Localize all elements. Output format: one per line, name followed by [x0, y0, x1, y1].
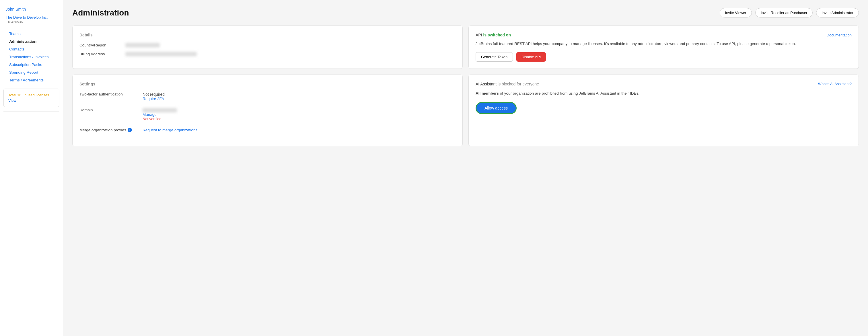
ai-status-blocked: is blocked for everyone [498, 82, 539, 86]
sidebar-item-contacts[interactable]: Contacts [0, 45, 63, 53]
billing-label: Billing Address [80, 52, 125, 56]
sidebar: John Smith The Drive to Develop Inc. 184… [0, 0, 63, 336]
sidebar-user[interactable]: John Smith [0, 7, 63, 15]
content-grid: Details Country/Region ████████████ Bill… [72, 26, 859, 146]
domain-row: Domain ████████████ Manage Not verified [80, 108, 456, 121]
api-card-header: API is switched on Documentation [475, 33, 851, 37]
header-actions: Invite Viewer Invite Reseller as Purchas… [720, 8, 859, 18]
license-view-link[interactable]: View [8, 98, 55, 103]
api-description: JetBrains full-featured REST API helps y… [475, 41, 851, 47]
domain-not-verified: Not verified [143, 117, 177, 121]
sidebar-item-administration: Administration [0, 38, 63, 45]
sidebar-item-subscription-packs[interactable]: Subscription Packs [0, 61, 63, 69]
api-documentation-link[interactable]: Documentation [827, 33, 851, 37]
sidebar-item-teams[interactable]: Teams [0, 30, 63, 38]
api-card: API is switched on Documentation JetBrai… [468, 26, 859, 69]
merge-row: Merge organization profiles i Request to… [80, 128, 456, 132]
ai-card-header: AI Assistant is blocked for everyone Wha… [475, 82, 851, 86]
tfa-label: Two-factor authentication [80, 92, 143, 96]
domain-value-group: ████████████ Manage Not verified [143, 108, 177, 121]
tfa-value: Not required Require 2FA [143, 92, 165, 101]
api-status-prefix: API [475, 33, 483, 37]
details-card: Details Country/Region ████████████ Bill… [72, 26, 463, 69]
tfa-row: Two-factor authentication Not required R… [80, 92, 456, 101]
domain-manage-link[interactable]: Manage [143, 112, 177, 117]
sidebar-org: The Drive to Develop Inc. 18420536 [0, 15, 63, 29]
domain-value: ████████████ [143, 108, 177, 112]
disable-api-button[interactable]: Disable API [516, 52, 546, 62]
invite-viewer-button[interactable]: Invite Viewer [720, 8, 752, 18]
license-count-text: Total 16 unused licenses [8, 93, 55, 97]
billing-row: Billing Address ████████████████████████… [80, 52, 456, 56]
country-label: Country/Region [80, 43, 125, 47]
settings-card-title: Settings [80, 82, 456, 86]
invite-admin-button[interactable]: Invite Administrator [816, 8, 859, 18]
sidebar-nav-list: Teams Administration Contacts Transactio… [0, 30, 63, 84]
merge-info-icon[interactable]: i [128, 128, 132, 132]
country-row: Country/Region ████████████ [80, 43, 456, 47]
ai-description-bold: All members [475, 91, 499, 96]
page-title: Administration [72, 8, 129, 18]
merge-label: Merge organization profiles i [80, 128, 143, 132]
ai-description-rest: of your organization are prohibited from… [499, 91, 640, 96]
merge-link[interactable]: Request to merge organizations [143, 128, 197, 132]
api-actions: Generate Token Disable API [475, 52, 851, 62]
page-header: Administration Invite Viewer Invite Rese… [72, 8, 859, 18]
api-status-on: is switched on [483, 33, 510, 37]
ai-status-label: AI Assistant is blocked for everyone [475, 82, 539, 86]
tfa-require-link[interactable]: Require 2FA [143, 97, 165, 101]
sidebar-org-id: 18420536 [7, 20, 23, 24]
generate-token-button[interactable]: Generate Token [475, 52, 513, 62]
sidebar-item-spending-report[interactable]: Spending Report [0, 69, 63, 76]
details-card-title: Details [80, 33, 456, 37]
main-content: Administration Invite Viewer Invite Rese… [63, 0, 868, 336]
allow-access-button[interactable]: Allow access [475, 102, 517, 114]
sidebar-divider [3, 111, 59, 112]
domain-label: Domain [80, 108, 143, 112]
api-status-label: API is switched on [475, 33, 511, 37]
country-value: ████████████ [125, 43, 160, 47]
settings-card: Settings Two-factor authentication Not r… [72, 74, 463, 146]
ai-what-link[interactable]: What's AI Assistant? [818, 82, 851, 86]
ai-description: All members of your organization are pro… [475, 90, 851, 97]
sidebar-item-terms[interactable]: Terms / Agreements [0, 76, 63, 84]
ai-assistant-card: AI Assistant is blocked for everyone Wha… [468, 74, 859, 146]
billing-value: ██████████████████████████ [125, 52, 197, 56]
merge-label-text: Merge organization profiles [80, 128, 126, 132]
license-box: Total 16 unused licenses View [3, 89, 59, 107]
sidebar-item-transactions[interactable]: Transactions / Invoices [0, 53, 63, 61]
invite-reseller-button[interactable]: Invite Reseller as Purchaser [755, 8, 813, 18]
tfa-not-required: Not required [143, 92, 165, 97]
ai-status-prefix: AI Assistant [475, 82, 498, 86]
sidebar-org-name[interactable]: The Drive to Develop Inc. [6, 15, 48, 20]
